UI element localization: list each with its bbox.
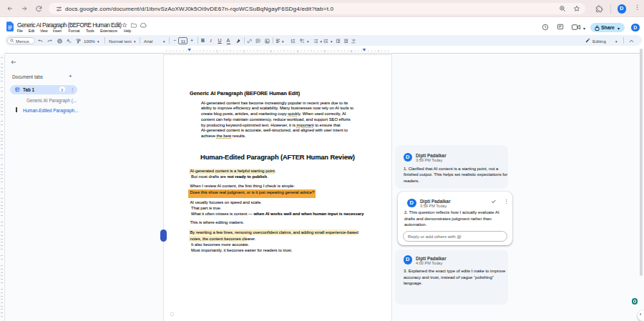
svg-text:2: 2	[243, 49, 245, 53]
svg-text:1: 1	[216, 49, 218, 53]
svg-text:5: 5	[323, 49, 326, 53]
svg-text:7: 7	[378, 49, 380, 53]
svg-text:4: 4	[297, 49, 299, 53]
svg-text:3: 3	[270, 49, 272, 53]
svg-text:6: 6	[351, 49, 353, 53]
